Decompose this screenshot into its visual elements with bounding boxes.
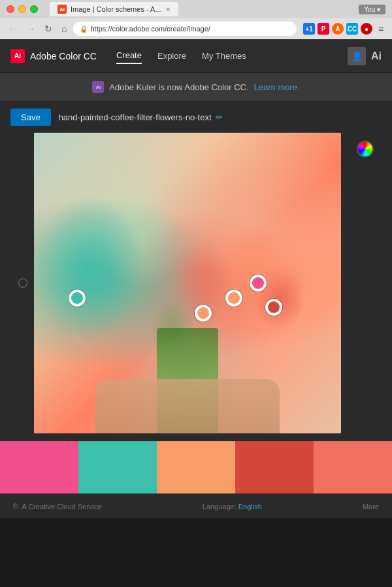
- browser-chrome: Ai Image | Color schemes - A... ✕ You ▾ …: [0, 0, 392, 39]
- nav-create[interactable]: Create: [116, 48, 142, 64]
- color-swatch-1[interactable]: [0, 441, 78, 494]
- close-window-button[interactable]: [7, 5, 14, 13]
- tab-label: Image | Color schemes - A...: [71, 5, 161, 13]
- app-nav: Create Explore My Themes: [116, 48, 348, 64]
- flower-image: [34, 133, 341, 433]
- canvas-area: [10, 133, 382, 433]
- kuler-banner: Ai Adobe Kuler is now Adobe Color CC. Le…: [0, 73, 392, 101]
- nav-explore[interactable]: Explore: [157, 48, 186, 63]
- app-footer: © A Creative Cloud Service Language: Eng…: [0, 494, 392, 518]
- color-swatch-5[interactable]: [314, 441, 392, 494]
- logo-text: Adobe Color CC: [30, 51, 97, 61]
- browser-menu-button[interactable]: ≡: [375, 23, 387, 35]
- home-button[interactable]: ⌂: [59, 22, 69, 35]
- color-swatch-4[interactable]: [235, 441, 314, 494]
- circle-indicator: [18, 278, 27, 288]
- adobe-logo: Ai Adobe Color CC: [10, 49, 97, 63]
- footer-left: © A Creative Cloud Service: [13, 503, 102, 511]
- color-palette: [0, 441, 392, 494]
- color-picker-dot-4[interactable]: [251, 276, 265, 290]
- color-swatch-3[interactable]: [157, 441, 235, 494]
- flower-hand: [95, 379, 280, 433]
- color-picker-dot-5[interactable]: [267, 300, 281, 314]
- footer-language: Language: English: [203, 503, 262, 511]
- adobe-ai-icon: Ai: [371, 50, 382, 62]
- lock-icon: 🔒: [80, 25, 88, 33]
- footer-service-text: A Creative Cloud Service: [22, 503, 101, 511]
- color-swatch-2[interactable]: [78, 441, 157, 494]
- toolbar-row: Save hand-painted-coffee-filter-flowers-…: [10, 109, 382, 126]
- filename-display: hand-painted-coffee-filter-flowers-no-te…: [59, 112, 223, 122]
- header-right: 👤 Ai: [348, 47, 382, 65]
- browser-extensions: +1 P A CC ● ≡: [303, 23, 387, 35]
- tab-favicon-icon: Ai: [57, 5, 67, 14]
- filename-text: hand-painted-coffee-filter-flowers-no-te…: [59, 112, 212, 122]
- edit-icon[interactable]: ✏: [216, 112, 223, 122]
- you-badge[interactable]: You ▾: [359, 5, 385, 14]
- user-avatar[interactable]: 👤: [348, 47, 366, 65]
- minimize-window-button[interactable]: [18, 5, 26, 13]
- color-picker-dot-2[interactable]: [196, 306, 210, 320]
- ext-a-button[interactable]: A: [332, 23, 344, 35]
- image-container[interactable]: [34, 133, 341, 433]
- back-button[interactable]: ←: [5, 22, 20, 35]
- app-header: Ai Adobe Color CC Create Explore My Them…: [0, 39, 392, 73]
- maximize-window-button[interactable]: [30, 5, 38, 13]
- color-picker-dot-3[interactable]: [227, 291, 241, 305]
- refresh-button[interactable]: ↻: [42, 22, 55, 35]
- tab-close-button[interactable]: ✕: [165, 6, 171, 13]
- learn-more-link[interactable]: Learn more.: [254, 82, 300, 92]
- browser-titlebar: Ai Image | Color schemes - A... ✕ You ▾: [0, 0, 392, 18]
- forward-button[interactable]: →: [24, 22, 38, 35]
- color-picker-dot-1[interactable]: [70, 291, 84, 305]
- footer-more-link[interactable]: More: [363, 503, 379, 511]
- footer-language-link[interactable]: English: [238, 503, 262, 511]
- ext-p-button[interactable]: P: [318, 23, 329, 35]
- cc-icon: ©: [13, 503, 18, 510]
- save-button[interactable]: Save: [10, 109, 51, 126]
- kuler-icon: Ai: [92, 81, 104, 93]
- main-content: Save hand-painted-coffee-filter-flowers-…: [0, 101, 392, 441]
- browser-addressbar: ← → ↻ ⌂ 🔒 https://color.adobe.com/create…: [0, 18, 392, 39]
- banner-text: Adobe Kuler is now Adobe Color CC.: [109, 82, 248, 92]
- ext-cc-button[interactable]: CC: [346, 23, 358, 35]
- address-bar[interactable]: 🔒 https://color.adobe.com/create/image/: [73, 22, 297, 36]
- color-wheel-button[interactable]: [357, 141, 374, 158]
- browser-tab[interactable]: Ai Image | Color schemes - A... ✕: [50, 2, 178, 16]
- address-text: https://color.adobe.com/create/image/: [90, 25, 210, 33]
- ext-plus-button[interactable]: +1: [303, 23, 315, 35]
- adobe-icon: Ai: [10, 49, 25, 63]
- ext-red-button[interactable]: ●: [361, 23, 372, 35]
- footer-language-label: Language:: [203, 503, 237, 511]
- nav-mythemes[interactable]: My Themes: [202, 48, 246, 63]
